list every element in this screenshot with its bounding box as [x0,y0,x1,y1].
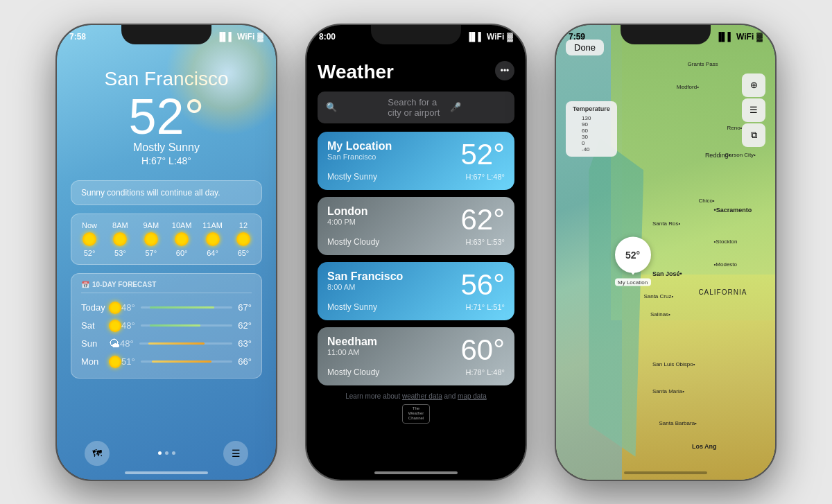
signal-icon: ▐▌▌ [467,32,485,42]
city-label-santa-rosa: Santa Ros• [652,220,680,227]
search-icon: 🔍 [326,102,382,112]
power-button [775,115,777,157]
list-button[interactable]: ☰ [223,441,248,466]
city-label-sacramento: •Sacramento [714,207,752,214]
more-button[interactable]: ••• [495,61,514,80]
status-icons: ▐▌▌ WiFi ▓ [467,32,513,42]
home-indicator [624,471,707,474]
sun-icon [113,232,127,246]
city-label-santa-maria: Santa Maria• [652,388,684,394]
search-bar[interactable]: 🔍 Search for a city or airport 🎤 [318,92,514,123]
hour-item: 10AM 60° [169,221,194,257]
hour-item: 9AM 57° [139,221,164,257]
city-label-medford: Medford• [677,84,699,90]
wifi-icon: WiFi [237,32,254,42]
hour-item: 8AM 53° [107,221,132,257]
location-card-london[interactable]: London 4:00 PM 62° Mostly Cloudy H:63° L… [318,197,514,255]
forecast-row: Sun 🌤 48° 63° [81,335,252,353]
layers-button[interactable]: ⧉ [742,123,765,147]
ten-day-forecast: 📅 10-DAY FORECAST Today 48° 67° Sat 48° [71,273,262,379]
phone-2: 8:00 ▐▌▌ WiFi ▓ ••• Weather 🔍 Search for… [305,24,527,481]
forecast-row: Mon 51° 66° [81,353,252,371]
city-label-grants-pass: Grants Pass [688,61,718,67]
sun-icon [144,232,158,246]
city-label-chico: Chico• [698,198,714,204]
footer-text: Learn more about weather data and map da… [318,392,514,400]
location-temp-circle: 52° [615,236,651,272]
city-label-san-luis-obispo: San Luis Obispo• [652,361,695,367]
weather-data-link[interactable]: weather data [402,392,442,400]
hourly-forecast: Now 52° 8AM 53° 9AM 57° [71,214,262,265]
city-name: San Francisco [71,68,262,90]
page-dots [158,451,175,455]
toolbar: 🗺 ☰ [57,441,276,466]
status-time: 7:58 [69,32,86,42]
status-icons: ▐▌▌ WiFi ▓ [217,32,263,42]
city-label-salinas: Salinas• [650,311,670,318]
forecast-row: Sat 48° 62° [81,317,252,335]
condition-note: Sunny conditions will continue all day. [71,180,262,205]
sun-icon [236,232,250,246]
weather-channel-logo: TheWeatherChannel [402,404,430,424]
city-label-santa-barbara: Santa Barbara• [659,420,697,426]
sun-icon [109,320,121,332]
coast-area [589,139,643,457]
notch [371,25,461,44]
search-placeholder: Search for a city or airport [388,97,444,118]
location-card-my-location[interactable]: My Location San Francisco 52° Mostly Sun… [318,132,514,190]
power-button [276,115,277,157]
high-low: H:67° L:48° [71,155,262,166]
city-label-santa-cruz: Santa Cruz• [643,293,673,299]
hour-item: Now 52° [77,221,102,257]
wifi-icon: WiFi [487,32,504,42]
hour-item: 12 65° [231,221,256,257]
battery-icon: ▓ [507,32,513,42]
sun-icon [83,232,96,246]
temperature-legend: Temperature 130 90 60 30 0 -40 [566,101,617,157]
city-label-los-angeles: Los Ang [692,443,717,450]
sun-icon [175,232,189,246]
map-button[interactable]: 🗺 [85,441,110,466]
sun-icon [109,302,121,314]
page-dot-active [158,451,162,455]
city-label-stockton: •Stockton [714,238,738,245]
my-location-label: My Location [615,278,651,286]
location-button[interactable]: ⊕ [742,73,765,97]
battery-icon: ▓ [257,32,263,42]
main-temperature: 52° [71,92,262,141]
location-temperature: 52° [625,249,640,260]
status-time: 8:00 [319,32,336,42]
location-pin: 52° My Location [615,236,651,286]
location-card-san-francisco[interactable]: San Francisco 8:00 AM 56° Mostly Sunny H… [318,262,514,320]
signal-icon: ▐▌▌ [217,32,235,42]
page-dot [165,451,168,455]
region-label-california: CALIFORNIA [698,288,747,296]
location-card-needham[interactable]: Needham 11:00 AM 60° Mostly Cloudy H:78°… [318,327,514,385]
list-button[interactable]: ☰ [742,98,765,122]
calendar-icon: 📅 [81,281,89,288]
phone-3: 7:59 ▐▌▌ WiFi ▓ Done ⊕ ☰ ⧉ [555,24,777,481]
city-label-reno: Reno• [727,125,742,131]
weather-condition: Mostly Sunny [71,141,262,154]
weather-list-title: Weather [318,61,514,83]
home-indicator [374,471,458,474]
forecast-header: 📅 10-DAY FORECAST [81,281,252,293]
city-label-carson-city: Carson City• [725,152,756,158]
sun-icon [206,232,220,246]
map-data-link[interactable]: map data [458,392,487,400]
notch [621,25,711,44]
notch [121,25,211,44]
done-button[interactable]: Done [566,40,604,55]
hour-item: 11AM 64° [200,221,225,257]
page-dot [172,451,175,455]
microphone-icon[interactable]: 🎤 [450,102,506,112]
city-label-modesto: •Modesto [714,261,737,268]
sun-icon [109,356,121,368]
map-control-buttons: ⊕ ☰ ⧉ [742,73,765,147]
partly-cloudy-icon: 🌤 [109,338,120,350]
home-indicator [125,471,208,474]
city-label-san-jose: San José• [652,270,682,277]
legend-labels: 130 90 60 30 0 -40 [580,115,591,153]
power-button [526,115,527,157]
forecast-row: Today 48° 67° [81,299,252,317]
